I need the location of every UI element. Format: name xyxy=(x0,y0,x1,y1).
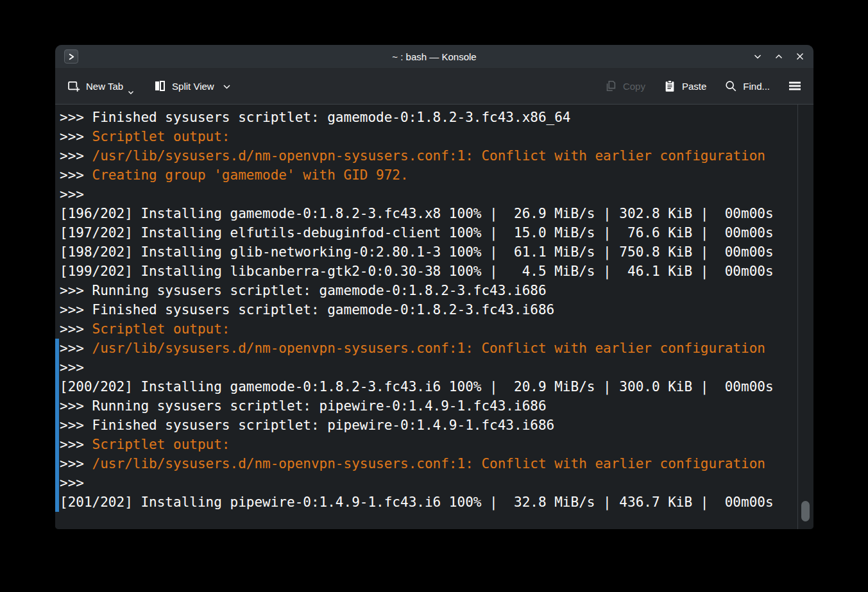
terminal-text-segment: >>> xyxy=(60,187,84,202)
terminal-line: [201/202] Installing pipewire-0:1.4.9-1.… xyxy=(55,493,813,512)
terminal-text-segment: >>> xyxy=(60,321,92,337)
terminal-line: >>> Scriptlet output: xyxy=(55,127,813,146)
close-icon xyxy=(795,51,805,62)
terminal-line: >>> Finished sysusers scriptlet: gamemod… xyxy=(55,300,813,319)
split-view-caret-icon xyxy=(223,81,231,92)
new-output-marker xyxy=(55,339,59,358)
maximize-button[interactable] xyxy=(773,51,785,62)
window-title: ~ : bash — Konsole xyxy=(55,51,813,62)
new-output-marker xyxy=(55,435,59,454)
terminal-line: >>> xyxy=(55,185,813,204)
terminal-text-segment: [200/202] Installing gamemode-0:1.8.2-3.… xyxy=(60,379,774,394)
terminal-text-segment: >>> xyxy=(60,475,84,491)
new-tab-icon xyxy=(67,80,80,93)
toolbar: New Tab Split View xyxy=(55,68,813,105)
terminal-text-segment: >>> xyxy=(60,341,92,356)
terminal-text-segment: [198/202] Installing glib-networking-0:2… xyxy=(60,244,774,260)
terminal-output[interactable]: >>> Finished sysusers scriptlet: gamemod… xyxy=(55,105,813,529)
paste-icon xyxy=(663,80,676,92)
terminal-text-segment: /usr/lib/sysusers.d/nm-openvpn-sysusers.… xyxy=(92,148,765,164)
terminal-line: [198/202] Installing glib-networking-0:2… xyxy=(55,242,813,262)
new-output-marker xyxy=(55,454,59,473)
chevron-up-icon xyxy=(774,51,784,62)
close-button[interactable] xyxy=(794,51,806,62)
terminal-text-segment: Scriptlet output: xyxy=(92,437,230,452)
terminal-text-segment: >>> Running sysusers scriptlet: gamemode… xyxy=(60,283,547,298)
konsole-window: ~ : bash — Konsole xyxy=(55,45,813,529)
new-output-marker xyxy=(55,396,59,416)
terminal-line: [196/202] Installing gamemode-0:1.8.2-3.… xyxy=(55,204,813,223)
terminal-line: >>> Running sysusers scriptlet: pipewire… xyxy=(55,396,813,416)
split-view-label: Split View xyxy=(172,81,214,92)
titlebar[interactable]: ~ : bash — Konsole xyxy=(55,45,813,68)
terminal-text-segment: Scriptlet output: xyxy=(92,321,230,337)
terminal-line: >>> /usr/lib/sysusers.d/nm-openvpn-sysus… xyxy=(55,454,813,473)
toolbar-right-group: Copy Paste xyxy=(604,80,802,92)
terminal-line: >>> Scriptlet output: xyxy=(55,319,813,339)
terminal-line: [200/202] Installing gamemode-0:1.8.2-3.… xyxy=(55,377,813,396)
terminal-line: >>> Creating group 'gamemode' with GID 9… xyxy=(55,165,813,185)
new-tab-button[interactable]: New Tab xyxy=(67,80,134,93)
terminal-line: [197/202] Installing elfutils-debuginfod… xyxy=(55,223,813,242)
terminal-text-segment: Scriptlet output: xyxy=(92,129,230,144)
terminal-text-segment: [197/202] Installing elfutils-debuginfod… xyxy=(60,225,774,241)
terminal-text-segment: [201/202] Installing pipewire-0:1.4.9-1.… xyxy=(60,495,774,510)
terminal-text-segment: /usr/lib/sysusers.d/nm-openvpn-sysusers.… xyxy=(92,456,765,471)
terminal-line: >>> Finished sysusers scriptlet: gamemod… xyxy=(55,108,813,127)
terminal-line: >>> /usr/lib/sysusers.d/nm-openvpn-sysus… xyxy=(55,339,813,358)
desktop-background: ~ : bash — Konsole xyxy=(0,0,868,592)
new-tab-caret-icon xyxy=(128,86,134,97)
new-output-marker xyxy=(55,377,59,396)
terminal-text-segment: >>> Finished sysusers scriptlet: gamemod… xyxy=(60,302,554,317)
toolbar-left-group: New Tab Split View xyxy=(67,80,231,93)
copy-label: Copy xyxy=(623,81,645,92)
terminal-lines: >>> Finished sysusers scriptlet: gamemod… xyxy=(55,108,813,512)
window-controls xyxy=(752,51,806,62)
terminal-line: >>> Finished sysusers scriptlet: pipewir… xyxy=(55,416,813,435)
terminal-text-segment: [196/202] Installing gamemode-0:1.8.2-3.… xyxy=(60,206,774,221)
terminal-text-segment: >>> Finished sysusers scriptlet: gamemod… xyxy=(60,110,571,125)
terminal-text-segment: >>> xyxy=(60,167,92,183)
copy-icon xyxy=(604,80,617,92)
terminal-line: >>> /usr/lib/sysusers.d/nm-openvpn-sysus… xyxy=(55,146,813,165)
terminal-text-segment: >>> xyxy=(60,437,92,452)
new-tab-label: New Tab xyxy=(86,81,123,92)
konsole-app-icon[interactable] xyxy=(64,49,78,63)
terminal-text-segment: Creating group 'gamemode' with GID 972. xyxy=(92,167,409,183)
new-output-marker xyxy=(55,493,59,512)
new-output-marker xyxy=(55,473,59,493)
terminal-line: >>> xyxy=(55,473,813,493)
terminal-prompt-icon xyxy=(67,53,76,61)
chevron-down-icon xyxy=(753,51,763,62)
paste-button[interactable]: Paste xyxy=(663,80,706,92)
hamburger-icon xyxy=(788,80,802,92)
terminal-text-segment: [199/202] Installing libcanberra-gtk2-0:… xyxy=(60,264,774,279)
minimize-button[interactable] xyxy=(752,51,763,62)
menu-button[interactable] xyxy=(788,80,802,92)
terminal-line: >>> xyxy=(55,358,813,377)
terminal-text-segment: /usr/lib/sysusers.d/nm-openvpn-sysusers.… xyxy=(92,341,765,356)
find-button[interactable]: Find... xyxy=(724,80,770,92)
terminal-text-segment: >>> xyxy=(60,148,92,164)
terminal-line: >>> Running sysusers scriptlet: gamemode… xyxy=(55,281,813,300)
split-view-icon xyxy=(153,80,166,92)
find-label: Find... xyxy=(743,81,770,92)
copy-button[interactable]: Copy xyxy=(604,80,645,92)
new-output-marker xyxy=(55,416,59,435)
terminal-text-segment: >>> xyxy=(60,360,84,375)
split-view-button[interactable]: Split View xyxy=(153,80,231,92)
search-icon xyxy=(724,80,737,92)
terminal-text-segment: >>> xyxy=(60,456,92,471)
paste-label: Paste xyxy=(682,81,706,92)
new-output-marker xyxy=(55,358,59,377)
terminal-line: [199/202] Installing libcanberra-gtk2-0:… xyxy=(55,262,813,281)
scrollbar[interactable] xyxy=(797,105,813,529)
terminal-line: >>> Scriptlet output: xyxy=(55,435,813,454)
scrollbar-thumb[interactable] xyxy=(801,501,810,521)
terminal-text-segment: >>> Running sysusers scriptlet: pipewire… xyxy=(60,398,547,414)
terminal-text-segment: >>> xyxy=(60,129,92,144)
terminal-text-segment: >>> Finished sysusers scriptlet: pipewir… xyxy=(60,418,554,433)
